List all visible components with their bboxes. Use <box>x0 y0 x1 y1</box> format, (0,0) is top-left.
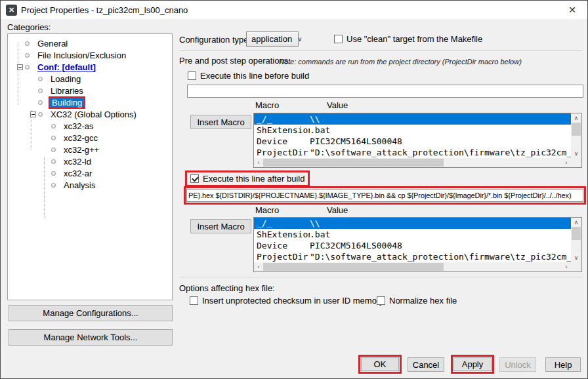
table-row[interactable]: Device PIC32CM5164LS00048 <box>254 240 571 251</box>
horizontal-scrollbar: ‹ › <box>254 262 571 271</box>
normalize-hex-label: Normalize hex file <box>389 296 457 306</box>
macro-cell: _/_ <box>254 218 310 229</box>
normalize-hex-checkbox[interactable] <box>377 296 385 305</box>
scroll-left-icon[interactable]: ‹ <box>254 262 263 271</box>
annotation-box: PE}.hex ${DISTDIR}/${PROJECTNAME}.${IMAG… <box>184 186 586 205</box>
node-bullet-icon <box>25 53 30 58</box>
table-row[interactable]: ProjectDir "D:\software_attack_protectio… <box>254 251 571 262</box>
tree-item-label: File Inclusion/Exclusion <box>35 50 128 60</box>
tree-item-conf-default[interactable]: Conf: [default] <box>8 61 172 73</box>
scrollbar-thumb[interactable] <box>263 159 444 167</box>
value-cell: "D:\software_attack_protection\firmware\… <box>310 251 571 262</box>
title-bar[interactable]: ✕ Project Properties - tz_pic32cm_ls00_c… <box>1 1 587 19</box>
scrollbar-thumb[interactable] <box>263 263 444 271</box>
unlock-button: Unlock <box>499 357 536 372</box>
help-button[interactable]: Help <box>545 357 581 372</box>
insert-macro-button[interactable]: Insert Macro <box>190 115 251 129</box>
table-row[interactable]: ShExtension .bat <box>254 229 571 240</box>
categories-label: Categories: <box>7 22 51 32</box>
scroll-up-icon[interactable]: ∧ <box>571 218 581 227</box>
tree-item-xc32-gpp[interactable]: xc32-g++ <box>8 144 172 155</box>
chevron-down-icon: ∨ <box>297 35 302 43</box>
pre-post-label: Pre and post step operations: <box>179 56 291 66</box>
window-title: Project Properties - tz_pic32cm_ls00_cna… <box>21 5 188 15</box>
macro-cell: ProjectDir <box>254 251 310 262</box>
value-cell: "D:\software_attack_protection\firmware\… <box>310 147 571 158</box>
tree-item-label: General <box>35 39 70 49</box>
table-row[interactable]: _/_ \\ <box>254 218 571 229</box>
tree-item-label: xc32-gcc <box>62 133 100 143</box>
table-row[interactable]: ShExtension .bat <box>254 125 571 136</box>
pre-post-note: Note: commands are run from the project … <box>279 58 522 66</box>
node-bullet-icon <box>38 89 43 93</box>
annotation-box: Building <box>49 96 85 109</box>
normalize-row: Normalize hex file <box>377 296 457 306</box>
tree-item-loading[interactable]: Loading <box>8 73 172 85</box>
tree-item-xc32-ar[interactable]: xc32-ar <box>8 167 172 179</box>
tree-item-label: Building <box>50 98 84 108</box>
configuration-type-select[interactable]: application ∨ <box>246 31 299 47</box>
scrollbar-thumb[interactable] <box>572 123 581 136</box>
tree-item-label: xc32-g++ <box>62 145 101 155</box>
tree-item-xc32-as[interactable]: xc32-as <box>8 120 172 132</box>
tree-item-libraries[interactable]: Libraries <box>8 85 172 96</box>
execute-before-build-checkbox[interactable] <box>188 71 196 80</box>
tree-item-file-inclusion[interactable]: File Inclusion/Exclusion <box>8 49 172 61</box>
configuration-type-value: application <box>251 34 292 44</box>
tree-item-analysis[interactable]: Analysis <box>8 179 172 191</box>
project-properties-dialog: ✕ Project Properties - tz_pic32cm_ls00_c… <box>0 0 588 379</box>
tree-item-label: Loading <box>49 74 83 84</box>
apply-button[interactable]: Apply <box>453 357 492 371</box>
insert-macro-button[interactable]: Insert Macro <box>190 219 251 233</box>
collapse-icon[interactable] <box>17 64 23 70</box>
execute-after-build-checkbox[interactable] <box>190 174 199 183</box>
ok-button[interactable]: OK <box>361 357 399 371</box>
collapse-icon[interactable] <box>30 111 36 117</box>
scroll-down-icon[interactable]: ∨ <box>571 253 581 262</box>
node-bullet-icon <box>38 77 43 81</box>
macro-table: _/_ \\ ShExtension .bat Device PIC32CM51… <box>253 217 582 272</box>
use-clean-target-checkbox[interactable] <box>334 35 343 43</box>
tree-item-xc32-ld[interactable]: xc32-ld <box>8 155 172 167</box>
horizontal-scrollbar: ‹ › <box>254 158 571 167</box>
vertical-scrollbar: ∧ ∨ <box>571 113 581 158</box>
after-build-input[interactable]: PE}.hex ${DISTDIR}/${PROJECTNAME}.${IMAG… <box>186 189 583 202</box>
tree-item-label: XC32 (Global Options) <box>49 110 138 119</box>
table-row[interactable]: ProjectDir "D:\software_attack_protectio… <box>254 147 571 158</box>
value-cell: PIC32CM5164LS00048 <box>310 240 571 251</box>
tree-item-xc32-gcc[interactable]: xc32-gcc <box>8 132 172 144</box>
tree-item-label: xc32-as <box>62 121 96 131</box>
close-icon[interactable]: ✕ <box>558 1 586 19</box>
scroll-right-icon[interactable]: › <box>562 158 571 167</box>
tree-item-label: Conf: [default] <box>35 62 98 72</box>
scrollbar-thumb[interactable] <box>572 227 581 240</box>
manage-network-tools-button[interactable]: Manage Network Tools... <box>9 329 173 346</box>
scroll-down-icon[interactable]: ∨ <box>571 149 581 158</box>
insert-checksum-checkbox[interactable] <box>190 296 198 305</box>
checksum-row: Insert unprotected checksum in user ID m… <box>190 296 384 306</box>
scroll-up-icon[interactable]: ∧ <box>571 113 581 123</box>
use-clean-target-row: Use "clean" target from the Makefile <box>334 34 482 44</box>
tree-item-building[interactable]: Building <box>8 96 172 108</box>
table-row[interactable]: _/_ \\ <box>254 113 571 125</box>
scroll-left-icon[interactable]: ‹ <box>254 158 263 167</box>
macro-table-rows: _/_ \\ ShExtension .bat Device PIC32CM51… <box>254 218 571 262</box>
tree-item-general[interactable]: General <box>8 37 172 49</box>
macro-cell: ShExtension <box>254 229 310 240</box>
tree-item-xc32-global[interactable]: XC32 (Global Options) <box>8 108 172 120</box>
value-cell: PIC32CM5164LS00048 <box>310 136 571 147</box>
before-build-input[interactable] <box>187 85 583 98</box>
node-bullet-icon <box>51 136 56 140</box>
before-build-row: Execute this line before build <box>188 71 309 81</box>
configuration-type-label: Configuration type: <box>179 35 251 45</box>
insert-checksum-label: Insert unprotected checksum in user ID m… <box>202 296 384 306</box>
scroll-right-icon[interactable]: › <box>562 262 571 271</box>
tree-item-label: xc32-ar <box>62 169 94 178</box>
table-row[interactable]: Device PIC32CM5164LS00048 <box>254 136 571 147</box>
macro-cell: ProjectDir <box>254 147 310 158</box>
value-column-header: Value <box>327 100 348 110</box>
categories-tree: General File Inclusion/Exclusion Conf: [… <box>7 33 173 300</box>
cancel-button[interactable]: Cancel <box>408 357 444 372</box>
value-column-header: Value <box>327 205 348 215</box>
manage-configurations-button[interactable]: Manage Configurations... <box>9 305 173 321</box>
